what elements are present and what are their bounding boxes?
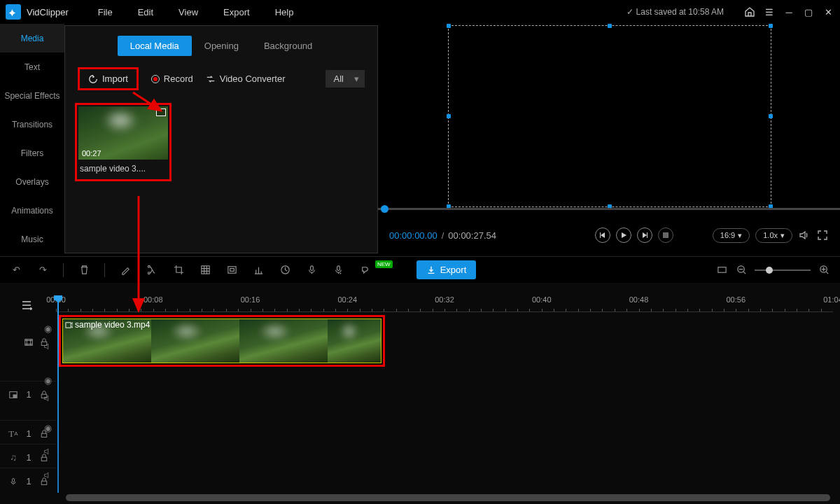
redo-icon[interactable]: ↷ (36, 264, 49, 276)
prev-frame-button[interactable] (595, 227, 610, 243)
music-icon: ♫ (8, 453, 18, 463)
maximize-icon[interactable]: ▢ (802, 6, 815, 18)
next-frame-button[interactable] (637, 227, 652, 243)
svg-rect-4 (227, 267, 235, 273)
minimize-icon[interactable]: ─ (783, 6, 795, 18)
svg-rect-19 (41, 457, 47, 461)
app-name: VidClipper (27, 7, 69, 18)
sidebar-transitions[interactable]: Transitions (0, 110, 64, 139)
svg-rect-14 (66, 322, 71, 327)
fit-icon[interactable] (715, 264, 728, 276)
import-button[interactable]: Import (78, 67, 139, 90)
sidebar-overlays[interactable]: Overlays (0, 167, 64, 196)
sidebar-animations[interactable]: Animations (0, 196, 64, 225)
app-logo (6, 4, 21, 20)
export-button[interactable]: Export (416, 260, 477, 279)
zoom-in-icon[interactable] (818, 264, 830, 276)
zoom-out-icon[interactable] (735, 264, 748, 276)
hamburger-icon[interactable]: ☰ (763, 6, 776, 18)
duration-icon[interactable] (279, 264, 291, 276)
media-thumbnail[interactable]: 00:27 sample video 3.... (75, 103, 172, 181)
mic-icon (8, 477, 18, 486)
time-total: 00:00:27.54 (448, 230, 496, 241)
h-scrollbar[interactable] (66, 494, 830, 501)
close-icon[interactable]: ✕ (822, 6, 834, 18)
record-icon (151, 75, 160, 83)
svg-point-1 (148, 265, 150, 267)
title-bar: VidClipper File Edit View Export Help ✓ … (0, 0, 840, 24)
text-icon: TA (8, 429, 18, 439)
split-icon[interactable] (146, 264, 158, 276)
tab-background[interactable]: Background (251, 36, 325, 56)
volume-icon[interactable] (798, 229, 811, 241)
playhead[interactable] (57, 295, 59, 493)
tab-opening[interactable]: Opening (192, 36, 251, 56)
svg-rect-3 (201, 266, 209, 274)
menu-edit[interactable]: Edit (128, 7, 163, 18)
timeline-clip[interactable]: sample video 3.mp4 (59, 315, 385, 367)
sidebar-music[interactable]: Music (0, 225, 64, 253)
timeline: 00:0000:0800:1600:2400:3200:4000:4800:56… (0, 283, 840, 504)
sidebar-effects[interactable]: Special Effects (0, 81, 64, 110)
tool-strip: ↶ ↷ NEW Export (0, 256, 840, 283)
sidebar-filters[interactable]: Filters (0, 139, 64, 167)
scrub-handle[interactable] (381, 205, 388, 213)
add-icon (156, 108, 166, 116)
zoom-slider[interactable] (755, 270, 811, 271)
filter-select[interactable]: All (326, 70, 365, 88)
preview-panel: 00:00:00.00 / 00:00:27.54 16:9▾ 1.0x▾ (378, 24, 840, 256)
edit-icon[interactable] (119, 264, 132, 276)
speed-select[interactable]: 1.0x▾ (755, 228, 792, 243)
svg-rect-8 (337, 266, 340, 271)
home-icon[interactable] (743, 6, 756, 18)
save-status: ✓ Last saved at 10:58 AM (626, 7, 724, 17)
menu-view[interactable]: View (169, 7, 208, 18)
pip-icon (8, 390, 18, 400)
converter-button[interactable]: Video Converter (206, 74, 286, 84)
new-badge: NEW (375, 260, 393, 268)
freeze-icon[interactable] (225, 264, 238, 276)
time-current: 00:00:00.00 (389, 230, 438, 241)
undo-icon[interactable]: ↶ (10, 264, 22, 276)
svg-rect-18 (41, 433, 47, 437)
svg-rect-0 (663, 232, 668, 238)
svg-point-2 (148, 272, 150, 274)
audio-icon[interactable] (43, 342, 52, 351)
mosaic-icon[interactable] (199, 264, 211, 276)
preview-canvas[interactable] (448, 25, 771, 207)
svg-rect-5 (230, 269, 234, 272)
svg-rect-16 (13, 395, 16, 398)
video-track-icon (24, 337, 34, 347)
record-button[interactable]: Record (151, 74, 193, 84)
svg-rect-20 (13, 478, 15, 482)
add-track-icon[interactable] (21, 300, 34, 313)
thumb-duration: 00:27 (82, 149, 102, 158)
aspect-ratio-select[interactable]: 16:9▾ (713, 228, 750, 243)
menu-help[interactable]: Help (265, 7, 304, 18)
tab-local-media[interactable]: Local Media (118, 36, 192, 56)
sidebar-media[interactable]: Media (0, 24, 64, 52)
time-ruler[interactable]: 00:0000:0800:1600:2400:3200:4000:4800:56… (56, 295, 833, 312)
mic-icon[interactable] (305, 264, 318, 276)
svg-rect-7 (310, 266, 313, 271)
delete-icon[interactable] (78, 264, 90, 276)
sidebar-text[interactable]: Text (0, 52, 64, 81)
media-panel: Local Media Opening Background Import Re… (64, 25, 378, 253)
play-button[interactable] (616, 227, 631, 243)
thumb-name: sample video 3.... (78, 160, 168, 178)
voice-icon[interactable] (332, 264, 344, 276)
stop-button[interactable] (658, 227, 673, 243)
scrub-bar[interactable] (378, 208, 840, 210)
visibility-icon[interactable]: ◉ (43, 323, 52, 333)
svg-rect-9 (718, 267, 725, 273)
menu-export[interactable]: Export (214, 7, 260, 18)
clip-label: sample video 3.mp4 (65, 320, 150, 330)
crop-icon[interactable] (172, 264, 185, 276)
menu-file[interactable]: File (88, 7, 122, 18)
stats-icon[interactable] (252, 264, 265, 276)
sidebar: Media Text Special Effects Transitions F… (0, 24, 64, 256)
svg-rect-21 (41, 481, 47, 484)
tts-icon[interactable] (358, 264, 371, 276)
fullscreen-icon[interactable] (816, 229, 829, 241)
